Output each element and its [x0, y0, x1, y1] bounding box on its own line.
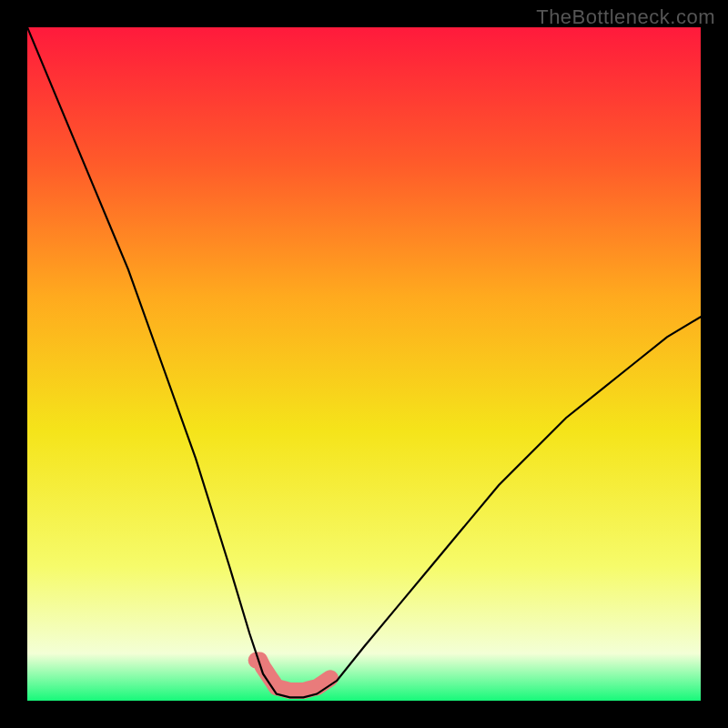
gradient-background	[27, 27, 701, 701]
watermark-text: TheBottleneck.com	[536, 5, 715, 29]
chart-container: TheBottleneck.com	[0, 0, 728, 728]
chart-svg	[27, 27, 701, 701]
plot-area	[27, 27, 701, 701]
